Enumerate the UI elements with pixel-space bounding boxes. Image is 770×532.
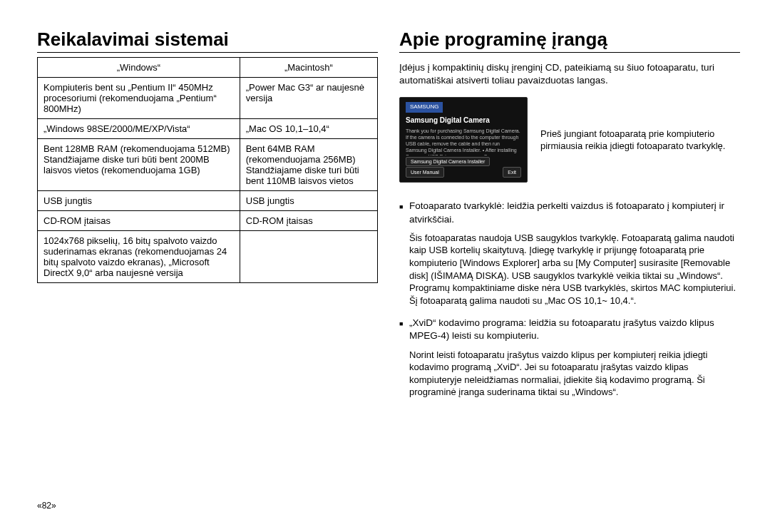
installer-button-row: Samsung Digital Camera Installer User Ma… xyxy=(406,158,521,178)
user-manual-button: User Manual xyxy=(406,167,444,178)
table-row: „Windows 98SE/2000/ME/XP/Vista“ „Mac OS … xyxy=(38,119,378,139)
bullet-xvid: „XviD“ kodavimo programa: leidžia su fot… xyxy=(399,317,740,342)
cell-win-ram: Bent 128MB RAM (rekomenduojama 512MB) St… xyxy=(38,139,240,191)
cell-mac-empty xyxy=(240,231,377,283)
sub-xvid-details: Norint leisti fotoaparatu įrašytus vaizd… xyxy=(409,349,740,399)
cell-mac-cpu: „Power Mac G3“ ar naujesnė versija xyxy=(240,78,377,119)
figure-row: SAMSUNG Samsung Digital Camera Thank you… xyxy=(399,97,740,183)
cell-win-display: 1024x768 pikselių, 16 bitų spalvoto vaiz… xyxy=(38,231,240,283)
cell-mac-ram: Bent 64MB RAM (rekomenduojama 256MB) Sta… xyxy=(240,139,377,191)
cell-win-cdrom: CD-ROM įtaisas xyxy=(38,211,240,231)
cell-mac-os: „Mac OS 10,1–10,4“ xyxy=(240,119,377,139)
cell-win-usb: USB jungtis xyxy=(38,191,240,211)
table-row: Kompiuteris bent su „Pentium II“ 450MHz … xyxy=(38,78,378,119)
table-row: 1024x768 pikselių, 16 bitų spalvoto vaiz… xyxy=(38,231,378,283)
left-column: Reikalavimai sistemai „Windows“ „Macinto… xyxy=(37,29,378,511)
installer-title: Samsung Digital Camera xyxy=(406,116,521,125)
page-number: «82» xyxy=(37,501,378,511)
intro-paragraph: Įdėjus į kompaktinių diskų įrenginį CD, … xyxy=(399,61,740,87)
table-row: CD-ROM įtaisas CD-ROM įtaisas xyxy=(38,211,378,231)
cell-mac-usb: USB jungtis xyxy=(240,191,377,211)
cell-win-cpu: Kompiuteris bent su „Pentium II“ 450MHz … xyxy=(38,78,240,119)
table-row: Bent 128MB RAM (rekomenduojama 512MB) St… xyxy=(38,139,378,191)
right-column: Apie programinę įrangą Įdėjus į kompakti… xyxy=(399,29,740,511)
brand-label: SAMSUNG xyxy=(406,102,443,112)
exit-button: Exit xyxy=(503,167,521,178)
th-macintosh: „Macintosh“ xyxy=(240,58,377,78)
installer-screenshot: SAMSUNG Samsung Digital Camera Thank you… xyxy=(399,97,528,183)
table-header-row: „Windows“ „Macintosh“ xyxy=(38,58,378,78)
heading-about-software: Apie programinę įrangą xyxy=(399,29,740,53)
sub-driver-details: Šis fotoaparatas naudoja USB saugyklos t… xyxy=(409,232,740,307)
table-row: USB jungtis USB jungtis xyxy=(38,191,378,211)
figure-side-text: Prieš jungiant fotoaparatą prie kompiute… xyxy=(540,128,740,153)
installer-body-text: Thank you for purchasing Samsung Digital… xyxy=(406,128,521,155)
cell-mac-cdrom: CD-ROM įtaisas xyxy=(240,211,377,231)
cell-win-os: „Windows 98SE/2000/ME/XP/Vista“ xyxy=(38,119,240,139)
requirements-table: „Windows“ „Macintosh“ Kompiuteris bent s… xyxy=(37,57,378,283)
bullet-driver: Fotoaparato tvarkyklė: leidžia perkelti … xyxy=(399,200,740,225)
page: Reikalavimai sistemai „Windows“ „Macinto… xyxy=(0,0,770,532)
heading-system-requirements: Reikalavimai sistemai xyxy=(37,29,378,53)
th-windows: „Windows“ xyxy=(38,58,240,78)
installer-button: Samsung Digital Camera Installer xyxy=(406,157,490,166)
